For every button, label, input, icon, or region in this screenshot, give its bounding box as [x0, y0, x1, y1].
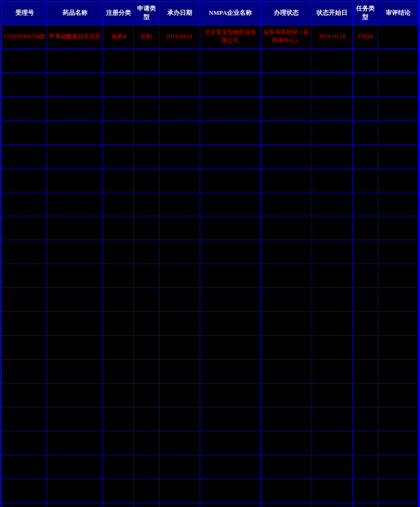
cell-empty-8-3: [103, 192, 134, 216]
cell-empty-16-2: [47, 383, 103, 407]
cell-empty-15-1: [1, 359, 47, 383]
table-row-empty-6: [1, 144, 419, 168]
cell-empty-16-10: [378, 383, 419, 407]
cell-empty-4-2: [47, 96, 103, 120]
cell-empty-21-6: [200, 503, 261, 507]
cell-empty-7-7: [261, 168, 312, 192]
cell-empty-21-4: [134, 503, 159, 507]
cell-empty-10-10: [378, 240, 419, 264]
cell-empty-13-9: [353, 311, 378, 335]
cell-empty-9-9: [353, 216, 378, 240]
cell-empty-9-8: [312, 216, 352, 240]
cell-empty-16-7: [261, 383, 312, 407]
cell-empty-15-4: [134, 359, 159, 383]
cell-empty-2-1: [1, 48, 47, 72]
cell-empty-7-5: [159, 168, 200, 192]
cell-empty-8-7: [261, 192, 312, 216]
cell-empty-2-7: [261, 48, 312, 72]
cell-empty-17-3: [103, 407, 134, 431]
cell-empty-6-2: [47, 144, 103, 168]
cell-empty-15-5: [159, 359, 200, 383]
cell-nmpa-1: 北京亚宝生物药业有限公司: [200, 24, 261, 48]
table-row-empty-12: [1, 287, 419, 311]
cell-empty-21-7: [261, 503, 312, 507]
cell-empty-16-4: [134, 383, 159, 407]
cell-empty-17-4: [134, 407, 159, 431]
cell-empty-9-5: [159, 216, 200, 240]
cell-empty-14-1: [1, 335, 47, 359]
cell-empty-13-5: [159, 311, 200, 335]
cell-empty-2-2: [47, 48, 103, 72]
cell-empty-16-9: [353, 383, 378, 407]
cell-empty-8-2: [47, 192, 103, 216]
table-row-empty-2: [1, 48, 419, 72]
cell-empty-9-3: [103, 216, 134, 240]
cell-empty-8-6: [200, 192, 261, 216]
cell-empty-4-5: [159, 96, 200, 120]
cell-empty-18-1: [1, 431, 47, 455]
cell-empty-4-8: [312, 96, 352, 120]
cell-empty-10-5: [159, 240, 200, 264]
cell-empty-18-4: [134, 431, 159, 455]
table-row-empty-19: [1, 455, 419, 479]
cell-empty-11-6: [200, 264, 261, 287]
cell-empty-5-10: [378, 120, 419, 144]
table-row-empty-4: [1, 96, 419, 120]
cell-empty-21-5: [159, 503, 200, 507]
cell-empty-5-3: [103, 120, 134, 144]
cell-empty-5-2: [47, 120, 103, 144]
cell-empty-13-6: [200, 311, 261, 335]
cell-ban-1: 在审评审批中（在药审中心）: [261, 24, 312, 48]
cell-empty-10-2: [47, 240, 103, 264]
cell-empty-13-10: [378, 311, 419, 335]
cell-empty-5-4: [134, 120, 159, 144]
cell-empty-3-1: [1, 72, 47, 96]
cell-empty-4-10: [378, 96, 419, 120]
cell-zhuang-1: 2019-10-18: [312, 24, 352, 48]
cell-empty-15-6: [200, 359, 261, 383]
table-row-empty-20: [1, 479, 419, 503]
cell-empty-16-6: [200, 383, 261, 407]
cell-empty-14-9: [353, 335, 378, 359]
cell-empty-14-3: [103, 335, 134, 359]
table-row-empty-5: [1, 120, 419, 144]
cell-empty-16-8: [312, 383, 352, 407]
table-row-empty-8: [1, 192, 419, 216]
table-row-empty-16: [1, 383, 419, 407]
cell-empty-11-2: [47, 264, 103, 287]
cell-empty-3-4: [134, 72, 159, 96]
cell-empty-13-2: [47, 311, 103, 335]
cell-empty-8-8: [312, 192, 352, 216]
cell-empty-17-5: [159, 407, 200, 431]
cell-empty-12-8: [312, 287, 352, 311]
cell-empty-17-2: [47, 407, 103, 431]
cell-empty-21-9: [353, 503, 378, 507]
cell-empty-8-1: [1, 192, 47, 216]
cell-empty-12-10: [378, 287, 419, 311]
cell-empty-15-8: [312, 359, 352, 383]
cell-empty-11-8: [312, 264, 352, 287]
cell-empty-4-6: [200, 96, 261, 120]
header-shen2: 审评结论: [378, 1, 419, 24]
table-row-empty-14: [1, 335, 419, 359]
cell-empty-3-5: [159, 72, 200, 96]
cell-empty-7-2: [47, 168, 103, 192]
cell-empty-9-4: [134, 216, 159, 240]
cell-empty-21-1: [1, 503, 47, 507]
cell-empty-9-7: [261, 216, 312, 240]
table-row-empty-11: [1, 264, 419, 287]
cell-empty-10-6: [200, 240, 261, 264]
cell-empty-18-9: [353, 431, 378, 455]
cell-empty-10-4: [134, 240, 159, 264]
cell-empty-16-3: [103, 383, 134, 407]
cell-empty-12-7: [261, 287, 312, 311]
cell-empty-17-1: [1, 407, 47, 431]
cell-empty-4-7: [261, 96, 312, 120]
cell-empty-12-2: [47, 287, 103, 311]
cell-empty-14-4: [134, 335, 159, 359]
cell-empty-5-9: [353, 120, 378, 144]
cell-empty-4-9: [353, 96, 378, 120]
cell-empty-11-5: [159, 264, 200, 287]
cell-empty-12-1: [1, 287, 47, 311]
cell-empty-21-8: [312, 503, 352, 507]
